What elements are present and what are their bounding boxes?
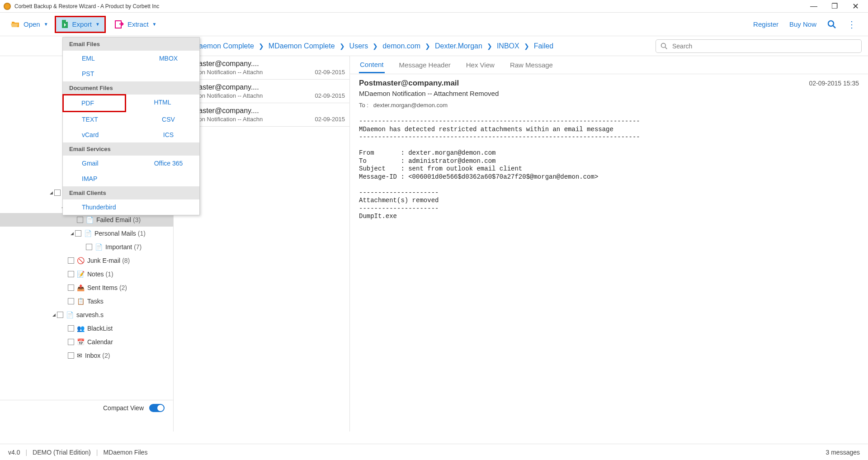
tree-item-important[interactable]: 📄 Important (7) <box>0 240 173 254</box>
register-link[interactable]: Register <box>748 18 784 31</box>
collapse-icon[interactable]: ◢ <box>48 190 54 195</box>
compact-view-label: Compact View <box>103 404 144 412</box>
tree-item-personal[interactable]: ◢ 📄 Personal Mails (1) <box>0 227 173 240</box>
checkbox[interactable] <box>57 312 63 318</box>
checkbox[interactable] <box>68 257 74 264</box>
message-item[interactable]: Postmaster@company.... MDaemon Notificat… <box>174 80 349 103</box>
checkbox[interactable] <box>68 339 74 345</box>
maximize-button[interactable]: ❐ <box>828 2 841 10</box>
breadcrumb-item[interactable]: INBOX <box>497 42 519 50</box>
breadcrumb-item[interactable]: aemon Complete <box>199 42 254 50</box>
message-body: ----------------------------------------… <box>350 113 868 225</box>
svg-line-4 <box>665 47 667 49</box>
breadcrumb-item[interactable]: Users <box>349 42 368 50</box>
caret-down-icon: ▼ <box>95 22 100 27</box>
close-button[interactable]: ✕ <box>849 1 862 11</box>
collapse-icon[interactable]: ◢ <box>51 313 57 317</box>
checkbox[interactable] <box>68 271 74 277</box>
folder-open-icon <box>11 21 20 28</box>
sent-icon: 📤 <box>77 284 85 291</box>
export-file-icon <box>61 20 69 29</box>
tab-raw-message[interactable]: Raw Message <box>509 57 554 72</box>
svg-point-1 <box>828 21 834 26</box>
tree-item-calendar[interactable]: 📅 Calendar <box>0 335 173 349</box>
chevron-right-icon: ❯ <box>519 43 534 50</box>
titlebar: Corbett Backup & Restore Wizard - A Prod… <box>0 0 868 13</box>
extract-icon <box>115 20 124 28</box>
export-label: Export <box>72 20 92 28</box>
tree-item-blacklist[interactable]: 👥 BlackList <box>0 322 173 335</box>
checkbox[interactable] <box>54 190 61 196</box>
app-icon <box>4 3 11 10</box>
export-imap[interactable]: IMAP <box>63 171 137 186</box>
version-label: v4.0 <box>8 449 20 456</box>
menu-header-email-services: Email Services <box>63 142 199 156</box>
search-input[interactable] <box>672 43 857 50</box>
tree-item-sent[interactable]: 📤 Sent Items (2) <box>0 281 173 294</box>
export-html[interactable]: HTML <box>126 95 199 112</box>
minimize-button[interactable]: — <box>807 2 820 10</box>
caret-down-icon: ▼ <box>44 22 48 27</box>
export-text[interactable]: TEXT <box>63 112 137 127</box>
checkbox[interactable] <box>68 352 74 359</box>
export-eml[interactable]: EML <box>63 51 137 66</box>
export-vcard[interactable]: vCard <box>63 127 137 142</box>
pdf-highlight: PDF <box>62 94 126 112</box>
chevron-right-icon: ❯ <box>254 43 269 50</box>
mail-icon: ✉ <box>77 352 82 359</box>
checkbox[interactable] <box>68 325 74 332</box>
checkbox[interactable] <box>68 298 74 304</box>
content-tabs: Content Message Header Hex View Raw Mess… <box>350 56 868 74</box>
export-ics[interactable]: ICS <box>137 127 199 142</box>
calendar-icon: 📅 <box>77 338 85 346</box>
export-mbox[interactable]: MBOX <box>137 51 199 66</box>
tab-hex-view[interactable]: Hex View <box>465 57 495 72</box>
tab-content[interactable]: Content <box>359 57 385 73</box>
breadcrumb-item[interactable]: Dexter.Morgan <box>435 42 482 50</box>
extract-button[interactable]: Extract ▼ <box>110 18 161 31</box>
export-csv[interactable]: CSV <box>137 112 199 127</box>
message-from: Postmaster@company.... <box>178 83 345 91</box>
collapse-icon[interactable]: ◢ <box>69 231 75 236</box>
buy-now-link[interactable]: Buy Now <box>784 18 822 31</box>
tree-item-inbox2[interactable]: ✉ Inbox (2) <box>0 349 173 362</box>
compact-view-row: Compact View <box>0 400 174 415</box>
tree-item-notes[interactable]: 📝 Notes (1) <box>0 267 173 281</box>
kebab-menu-icon[interactable]: ⋮ <box>842 17 862 32</box>
checkbox[interactable] <box>86 244 92 250</box>
breadcrumb-item[interactable]: demon.com <box>382 42 420 50</box>
export-pst[interactable]: PST <box>63 66 137 81</box>
breadcrumb-item[interactable]: Failed <box>534 42 554 50</box>
caret-down-icon: ▼ <box>152 22 157 27</box>
folder-icon: 📄 <box>86 216 94 223</box>
export-button[interactable]: Export ▼ <box>56 17 104 32</box>
statusbar: v4.0 | DEMO (Trial Edition) | MDaemon Fi… <box>0 444 868 460</box>
tree-item-tasks[interactable]: 📋 Tasks <box>0 294 173 308</box>
message-from: Postmaster@company.... <box>178 60 345 68</box>
message-item[interactable]: Postmaster@company.... MDaemon Notificat… <box>174 103 349 127</box>
message-to: To : dexter.morgan@demon.com <box>359 102 859 109</box>
tree-item-sarvesh[interactable]: ◢ 📄 sarvesh.s <box>0 308 173 322</box>
export-pdf[interactable]: PDF <box>64 95 125 111</box>
message-item[interactable]: Postmaster@company.... MDaemon Notificat… <box>174 56 349 80</box>
files-label: MDaemon Files <box>103 449 147 456</box>
menu-header-email-clients: Email Clients <box>63 186 199 199</box>
message-date: 02-09-2015 <box>315 92 345 99</box>
export-thunderbird[interactable]: Thunderbird <box>63 199 199 215</box>
window-title: Corbett Backup & Restore Wizard - A Prod… <box>14 3 807 9</box>
chevron-right-icon: ❯ <box>368 43 382 50</box>
tree-item-junk[interactable]: 🚫 Junk E-mail (8) <box>0 254 173 267</box>
checkbox[interactable] <box>68 285 74 291</box>
message-count: 3 messages <box>826 449 860 456</box>
export-gmail[interactable]: Gmail <box>63 156 137 171</box>
search-box[interactable] <box>656 39 862 53</box>
search-icon[interactable] <box>822 18 842 31</box>
compact-view-toggle[interactable] <box>149 404 165 412</box>
tab-message-header[interactable]: Message Header <box>398 57 452 72</box>
export-office365[interactable]: Office 365 <box>137 156 199 171</box>
breadcrumb-item[interactable]: MDaemon Complete <box>269 42 335 50</box>
open-button[interactable]: Open ▼ <box>6 18 53 31</box>
checkbox[interactable] <box>77 217 83 223</box>
checkbox[interactable] <box>75 230 81 237</box>
chevron-right-icon: ❯ <box>335 43 349 50</box>
